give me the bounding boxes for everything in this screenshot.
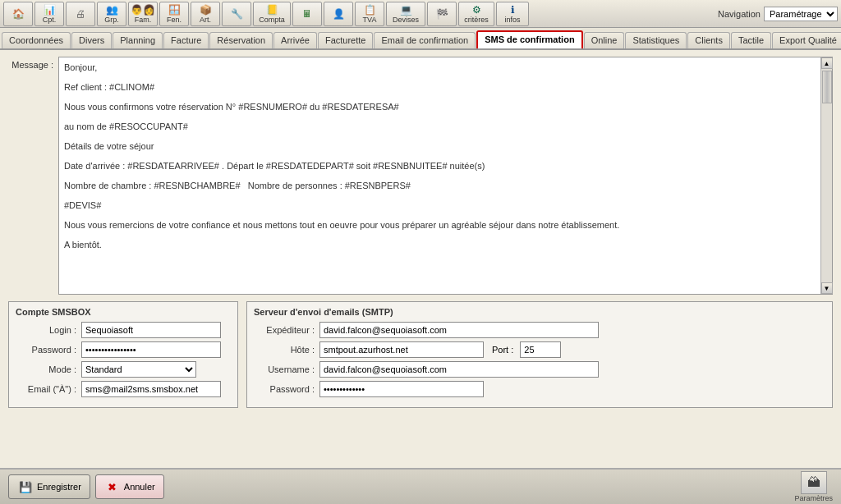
expediteur-row: Expéditeur : [254,322,825,338]
toolbar-btn-calc[interactable]: 🖩 [292,2,322,26]
tab-email[interactable]: Email de confirmation [374,32,476,48]
smtp-panel: Serveur d'envoi d'emails (SMTP) Expédite… [246,301,833,408]
scrollbar-up-btn[interactable]: ▲ [821,57,833,69]
username-label: Username : [254,364,319,374]
flag-icon: 🏁 [434,8,449,20]
expediteur-label: Expéditeur : [254,325,319,335]
navigation-select[interactable]: Paramétrage Accueil Réservation [764,7,838,21]
username-input[interactable] [319,361,599,378]
toolbar-btn-people[interactable]: 👤 [324,2,353,26]
toolbar-btn-info[interactable]: ℹ infos [496,2,529,26]
smtp-password-input[interactable] [319,381,484,397]
mode-select[interactable]: Standard Expert [81,361,196,378]
scrollbar-track: ▲ ▼ [820,57,832,294]
mode-row: Mode : Standard Expert [16,361,231,378]
login-input[interactable] [81,322,221,338]
login-row: Login : [16,322,231,338]
message-label: Message : [8,57,53,295]
hote-label: Hôte : [254,345,319,355]
tab-coordonnees[interactable]: Coordonnées [2,32,71,48]
password-input[interactable] [81,341,221,358]
hote-port-row: Port : [319,341,561,358]
tab-statistiques[interactable]: Statistiques [625,32,687,48]
toolbar-btn-flag[interactable]: 🏁 [427,2,457,26]
criteria-icon: ⚙ [469,4,484,16]
navigation-control: Navigation Paramétrage Accueil Réservati… [718,7,838,21]
password-row: Password : [16,341,231,358]
toolbar-fam-label: Fam. [135,16,152,24]
scrollbar-down-btn[interactable]: ▼ [821,282,833,294]
tab-online[interactable]: Online [584,32,625,48]
params-button[interactable]: 🏔 Paramètres [794,471,833,502]
toolbar-btn-stats[interactable]: 📊 Cpt. [34,2,64,26]
cancel-button[interactable]: ✖ Annuler [95,474,164,499]
toolbar-btn-device[interactable]: 💻 Devises [386,2,425,26]
smsbox-panel: Compte SMSBOX Login : Password : Mode : … [8,301,238,408]
toolbar-btn-compta[interactable]: 📒 Compta [253,2,291,26]
tab-export[interactable]: Export Qualité [772,32,841,48]
toolbar-criteria-label: critères [464,16,489,24]
port-label: Port : [492,345,513,355]
tabs-bar: Coordonnées Divers Planning Facture Rése… [0,28,841,50]
toolbar-btn-group[interactable]: 👥 Grp. [97,2,126,26]
message-textarea[interactable]: Bonjour, Ref client : #CLINOM# Nous vous… [59,57,820,294]
fam-icon: 👨‍👩 [136,4,150,16]
toolbar-grp-label: Grp. [104,16,119,24]
tab-facturette[interactable]: Facturette [318,32,374,48]
tab-sms[interactable]: SMS de confirmation [476,30,582,48]
toolbar-btn-criteria[interactable]: ⚙ critères [458,2,494,26]
home-icon: 🏠 [11,8,25,20]
smtp-title: Serveur d'envoi d'emails (SMTP) [254,307,825,317]
tab-clients[interactable]: Clients [687,32,730,48]
footer-buttons: 💾 Enregistrer ✖ Annuler [8,474,164,499]
tab-reservation[interactable]: Réservation [209,32,273,48]
tab-arrivee[interactable]: Arrivée [273,32,317,48]
toolbar-btn-print[interactable]: 🖨 [66,2,95,26]
hote-input[interactable] [319,341,484,358]
toolbar: 🏠 📊 Cpt. 🖨 👥 Grp. 👨‍👩 Fam. 🪟 Fen. 📦 Art.… [0,0,841,28]
toolbar-devises-label: Devises [393,16,419,24]
toolbar-cpt-label: Cpt. [43,16,57,24]
save-label: Enregistrer [37,482,81,492]
smtp-password-label: Password : [254,384,319,394]
email-a-label: Email ("À") : [16,384,81,394]
bottom-panels: Compte SMSBOX Login : Password : Mode : … [8,301,833,408]
navigation-label: Navigation [718,9,761,19]
toolbar-fen-label: Fen. [167,16,182,24]
smsbox-title: Compte SMSBOX [16,307,231,317]
toolbar-btn-home[interactable]: 🏠 [3,2,33,26]
cancel-label: Annuler [124,482,155,492]
params-icon: 🏔 [801,471,827,494]
password-label: Password : [16,345,81,355]
print-icon: 🖨 [73,8,88,20]
email-a-input[interactable] [81,381,221,397]
toolbar-btn-art[interactable]: 📦 Art. [191,2,220,26]
toolbar-btn-tva[interactable]: 📋 TVA [355,2,384,26]
toolbar-tva-label: TVA [363,16,377,24]
main-window: 🏠 📊 Cpt. 🖨 👥 Grp. 👨‍👩 Fam. 🪟 Fen. 📦 Art.… [0,0,841,504]
toolbar-compta-label: Compta [259,16,285,24]
params-label: Paramètres [794,494,833,502]
port-input[interactable] [520,341,561,358]
tab-facture[interactable]: Facture [163,32,209,48]
save-button[interactable]: 💾 Enregistrer [8,474,90,499]
device-icon: 💻 [398,4,413,16]
tab-tactile[interactable]: Tactile [731,32,771,48]
expediteur-input[interactable] [319,322,599,338]
tva-icon: 📋 [362,4,377,16]
toolbar-btn-fen[interactable]: 🪟 Fen. [159,2,189,26]
toolbar-art-label: Art. [200,16,211,24]
tool-icon: 🔧 [229,8,244,20]
content-area: Message : Bonjour, Ref client : #CLINOM#… [0,50,841,468]
toolbar-btn-fam[interactable]: 👨‍👩 Fam. [128,2,158,26]
scrollbar-thumb[interactable] [822,71,832,103]
toolbar-btn-tool[interactable]: 🔧 [222,2,251,26]
save-icon: 💾 [17,479,34,494]
toolbar-info-label: infos [504,16,520,24]
calc-icon: 🖩 [300,8,315,20]
email-a-row: Email ("À") : [16,381,231,397]
tab-planning[interactable]: Planning [113,32,163,48]
message-container: Bonjour, Ref client : #CLINOM# Nous vous… [58,57,833,295]
info-icon: ℹ [505,4,520,16]
tab-divers[interactable]: Divers [71,32,112,48]
